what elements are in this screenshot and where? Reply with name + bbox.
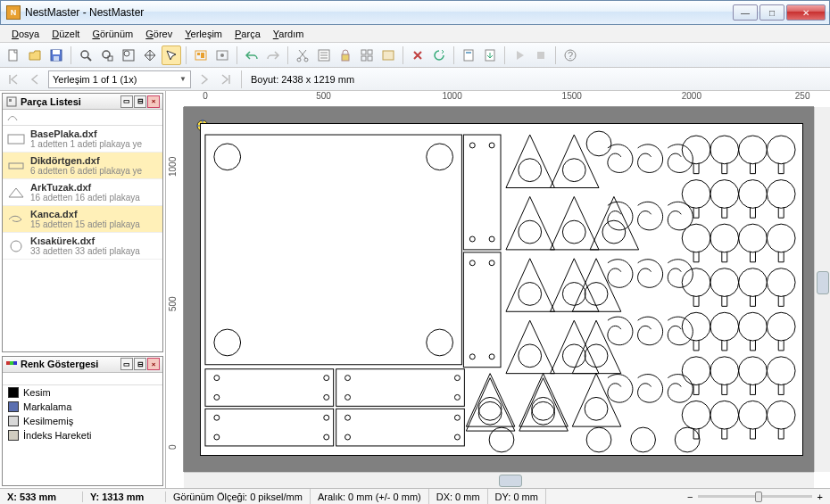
svg-point-98 (682, 269, 710, 297)
export-icon[interactable] (480, 45, 500, 65)
svg-rect-0 (9, 50, 17, 61)
part-row[interactable]: BasePlaka.dxf1 adetten 1 adeti plakaya y… (3, 126, 162, 153)
panel-view-icon[interactable]: ▭ (120, 358, 133, 370)
svg-point-50 (214, 376, 220, 381)
svg-point-37 (11, 241, 21, 252)
svg-rect-38 (6, 361, 10, 365)
open-icon[interactable] (25, 45, 45, 65)
panel-view-icon[interactable]: ▭ (120, 95, 133, 108)
select-icon[interactable] (162, 45, 181, 65)
svg-rect-54 (205, 409, 334, 446)
svg-point-123 (586, 131, 611, 156)
nesting-sheet[interactable] (200, 123, 803, 456)
svg-rect-49 (205, 369, 334, 407)
svg-rect-74 (463, 252, 501, 368)
part-row[interactable]: Kısakürek.dxf33 adetten 33 adeti plakaya (3, 233, 162, 260)
cut-icon[interactable] (293, 45, 312, 65)
nest-settings-icon[interactable] (212, 45, 232, 65)
svg-point-58 (324, 434, 329, 440)
legend-panel-title: Renk Göstergesi (21, 359, 98, 369)
menu-düzelt[interactable]: Düzelt (46, 27, 86, 41)
svg-point-61 (345, 394, 351, 400)
first-icon[interactable] (4, 70, 23, 89)
undo-icon[interactable] (242, 45, 261, 65)
slider-knob[interactable] (755, 492, 762, 502)
part-row[interactable]: Dikdörtgen.dxf6 adetten 6 adeti plakaya … (3, 153, 162, 179)
zoom-out-icon[interactable]: − (687, 492, 693, 502)
menu-parça[interactable]: Parça (228, 27, 267, 41)
zoom-icon[interactable] (76, 45, 95, 65)
nested-parts-drawing (201, 124, 802, 455)
menu-yerleşim[interactable]: Yerleşim (178, 27, 228, 41)
close-button[interactable]: ✕ (786, 4, 826, 21)
menu-dosya[interactable]: Dosya (5, 27, 46, 41)
menu-görev[interactable]: Görev (139, 27, 178, 41)
legend-swatch (8, 416, 19, 426)
prev-icon[interactable] (26, 70, 46, 89)
panel-close-icon[interactable]: × (147, 95, 160, 108)
next-icon[interactable] (194, 70, 213, 89)
grid-icon[interactable] (357, 45, 377, 65)
redo-icon[interactable] (263, 45, 283, 65)
status-gap: Aralık: 0 mm (+/- 0 mm) (311, 489, 429, 504)
zoom-fit-icon[interactable] (97, 45, 117, 65)
new-icon[interactable] (4, 45, 23, 65)
delete-icon[interactable] (408, 45, 427, 65)
legend-row: İndeks Hareketi (3, 428, 162, 442)
part-row[interactable]: Kanca.dxf15 adetten 15 adeti plakaya (3, 206, 162, 233)
svg-rect-22 (361, 50, 366, 54)
svg-rect-35 (8, 135, 24, 144)
lock-icon[interactable] (336, 45, 355, 65)
svg-point-63 (454, 394, 460, 400)
legend-label: Kesilmemiş (23, 416, 73, 426)
parts-icon (5, 95, 18, 108)
svg-rect-64 (336, 409, 465, 446)
save-icon[interactable] (46, 45, 66, 65)
svg-rect-12 (201, 53, 204, 58)
properties-icon[interactable] (314, 45, 334, 65)
svg-point-77 (469, 354, 475, 359)
viewport[interactable] (184, 107, 814, 472)
scrollbar-thumb[interactable] (817, 271, 829, 294)
menu-görünüm[interactable]: Görünüm (86, 27, 139, 41)
rotate-icon[interactable] (429, 45, 449, 65)
legend-row: Markalama (3, 400, 162, 414)
part-shape-icon (6, 239, 26, 253)
svg-point-112 (739, 269, 768, 297)
panel-close-icon[interactable]: × (147, 358, 160, 370)
svg-rect-26 (383, 51, 394, 60)
layout-combo[interactable]: Yerleşim 1 of 1 (1x) ▼ (48, 70, 191, 88)
panel-pin-icon[interactable]: ⊟ (134, 358, 146, 370)
pan-icon[interactable] (140, 45, 160, 65)
zoom-slider[interactable] (698, 495, 811, 498)
svg-point-88 (478, 401, 502, 425)
svg-point-55 (214, 415, 220, 420)
scrollbar-thumb[interactable] (499, 475, 522, 487)
status-dy: DY: 0 mm (488, 489, 546, 504)
panel-pin-icon[interactable]: ⊟ (134, 95, 146, 108)
svg-rect-59 (336, 369, 465, 407)
part-name: BasePlaka.dxf (30, 128, 142, 139)
scrollbar-horizontal[interactable] (184, 472, 814, 488)
zoom-extents-icon[interactable] (119, 45, 138, 65)
svg-point-71 (489, 143, 494, 148)
part-row[interactable]: ArkTuzak.dxf16 adetten 16 adeti plakaya (3, 179, 162, 206)
sheet-icon[interactable] (378, 45, 398, 65)
report-icon[interactable] (459, 45, 478, 65)
nest-run-icon[interactable] (191, 45, 211, 65)
help-icon[interactable]: ? (560, 45, 580, 65)
part-name: Dikdörtgen.dxf (30, 155, 142, 166)
play-icon[interactable] (510, 45, 529, 65)
svg-point-4 (81, 51, 88, 58)
scrollbar-vertical[interactable] (814, 107, 830, 472)
zoom-in-icon[interactable]: + (818, 492, 823, 502)
maximize-button[interactable]: □ (759, 4, 784, 21)
stop-icon[interactable] (531, 45, 551, 65)
svg-rect-44 (205, 135, 461, 365)
svg-point-99 (682, 312, 710, 341)
menu-yardım[interactable]: Yardım (267, 27, 311, 41)
minimize-button[interactable]: — (733, 4, 758, 21)
parts-panel-title: Parça Listesi (21, 96, 81, 107)
last-icon[interactable] (216, 70, 236, 89)
svg-point-47 (214, 329, 241, 356)
